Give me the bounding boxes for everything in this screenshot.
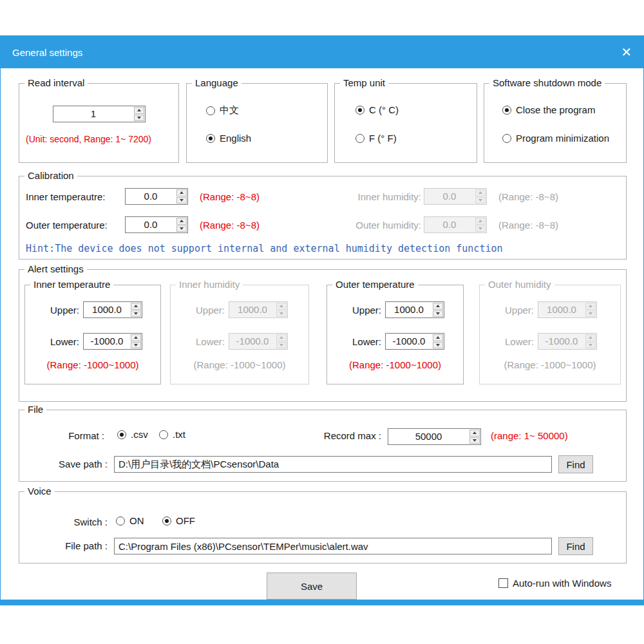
read-interval-spinner[interactable]: 1 xyxy=(53,106,146,122)
group-voice: Voice Switch : ON OFF File path : Find xyxy=(19,491,627,564)
spinner-down-button[interactable] xyxy=(131,342,141,349)
upper-value: 1000.0 xyxy=(229,302,276,317)
spinner-buttons xyxy=(133,106,145,122)
spinner-down-button[interactable] xyxy=(131,310,141,317)
radio-option-minimize[interactable]: Program minimization xyxy=(502,133,609,144)
spinner-up-button[interactable] xyxy=(469,430,480,437)
radio-icon-celsius[interactable] xyxy=(355,106,365,115)
alert-lower-row: Lower: -1000.0 xyxy=(176,333,288,350)
up-arrow-icon xyxy=(473,431,477,434)
read-interval-value[interactable]: 1 xyxy=(53,106,133,122)
lower-label: Lower: xyxy=(176,336,225,347)
autorun-checkbox-option[interactable]: Auto-run with Windows xyxy=(498,578,611,589)
spinner-down-button[interactable] xyxy=(176,197,187,204)
general-settings-dialog: General settings ✕ Read interval 1 (Unit… xyxy=(0,35,644,605)
radio-option-fahrenheit[interactable]: F (° F) xyxy=(355,133,397,144)
spinner-up-button xyxy=(276,303,287,310)
up-arrow-icon xyxy=(478,191,482,194)
radio-icon-minimize[interactable] xyxy=(502,134,511,143)
lower-value[interactable]: -1000.0 xyxy=(386,334,432,349)
radio-icon-close-program[interactable] xyxy=(502,106,511,115)
lower-spinner[interactable]: -1000.0 xyxy=(385,333,444,350)
inner-temp-value[interactable]: 0.0 xyxy=(126,189,176,204)
group-title-alert-settings: Alert settings xyxy=(24,263,87,274)
spinner-up-button[interactable] xyxy=(176,218,187,225)
radio-icon-csv[interactable] xyxy=(117,430,126,439)
radio-option-celsius[interactable]: C (° C) xyxy=(355,104,399,115)
down-arrow-icon xyxy=(279,344,283,346)
spinner-down-button xyxy=(276,342,287,349)
radio-icon-off[interactable] xyxy=(162,516,171,526)
spinner-down-button[interactable] xyxy=(134,115,144,122)
voice-file-find-button[interactable]: Find xyxy=(558,537,593,555)
lower-spinner[interactable]: -1000.0 xyxy=(83,333,142,350)
save-button[interactable]: Save xyxy=(267,573,357,600)
upper-value[interactable]: 1000.0 xyxy=(386,302,432,317)
lower-spinner: -1000.0 xyxy=(229,333,288,350)
down-arrow-icon xyxy=(436,312,440,315)
radio-icon-on[interactable] xyxy=(116,516,125,526)
down-arrow-icon xyxy=(589,312,592,315)
alert-upper-row: Upper: 1000.0 xyxy=(485,301,597,318)
radio-icon-fahrenheit[interactable] xyxy=(355,134,365,143)
save-path-find-button[interactable]: Find xyxy=(558,455,593,473)
radio-option-close-program[interactable]: Close the program xyxy=(502,104,595,115)
spinner-down-button[interactable] xyxy=(433,342,443,349)
record-max-value[interactable]: 50000 xyxy=(388,429,469,444)
group-temp-unit: Temp unit C (° C) F (° F) xyxy=(334,83,477,163)
calibration-row-inner-humidity: Inner humidity: 0.0 (Range: -8~8) xyxy=(335,188,558,205)
upper-spinner[interactable]: 1000.0 xyxy=(83,301,142,318)
spinner-down-button[interactable] xyxy=(176,225,187,232)
alert-box-inner-temp: Inner temperautre Upper: 1000.0 Lower: - xyxy=(24,285,161,384)
radio-option-english[interactable]: English xyxy=(206,133,251,144)
radio-label-txt: .txt xyxy=(173,429,185,440)
spinner-down-button[interactable] xyxy=(469,437,480,444)
radio-label-english: English xyxy=(220,133,251,144)
lower-value[interactable]: -1000.0 xyxy=(84,334,130,349)
radio-option-chinese[interactable]: 中文 xyxy=(206,104,239,117)
spinner-down-button[interactable] xyxy=(433,310,443,317)
radio-option-off[interactable]: OFF xyxy=(162,515,195,526)
spinner-up-button[interactable] xyxy=(131,334,141,341)
close-icon[interactable]: ✕ xyxy=(621,46,632,59)
spinner-up-button xyxy=(276,334,287,341)
read-interval-range-hint: (Unit: second, Range: 1~ 7200) xyxy=(26,134,151,144)
radio-option-csv[interactable]: .csv xyxy=(117,429,148,440)
radio-icon-chinese[interactable] xyxy=(206,106,215,115)
inner-temp-spinner[interactable]: 0.0 xyxy=(125,188,188,205)
alert-lower-row: Lower: -1000.0 xyxy=(332,333,444,350)
spinner-up-button[interactable] xyxy=(134,107,144,114)
group-title-read-interval: Read interval xyxy=(24,77,88,88)
autorun-checkbox[interactable] xyxy=(498,578,508,588)
radio-option-txt[interactable]: .txt xyxy=(159,429,185,440)
spinner-buttons xyxy=(130,334,142,349)
spinner-up-button[interactable] xyxy=(131,303,141,310)
spinner-up-button xyxy=(475,189,486,196)
alert-lower-row: Lower: -1000.0 xyxy=(30,333,142,350)
radio-label-minimize: Program minimization xyxy=(516,133,609,144)
voice-file-path-input[interactable] xyxy=(114,538,552,554)
inner-humidity-label: Inner humidity: xyxy=(335,191,421,202)
spinner-up-button[interactable] xyxy=(433,303,443,310)
spinner-buttons xyxy=(585,302,596,317)
save-path-input[interactable] xyxy=(114,456,552,473)
record-max-spinner[interactable]: 50000 xyxy=(388,428,481,445)
down-arrow-icon xyxy=(134,312,138,315)
outer-temp-value[interactable]: 0.0 xyxy=(126,217,176,232)
format-label: Format : xyxy=(19,430,104,441)
radio-option-on[interactable]: ON xyxy=(116,515,144,526)
spinner-buttons xyxy=(475,189,486,204)
spinner-up-button[interactable] xyxy=(433,334,443,341)
alert-box-inner-humidity: Inner humidity Upper: 1000.0 Lower: -100 xyxy=(170,285,309,384)
upper-spinner[interactable]: 1000.0 xyxy=(385,301,444,318)
up-arrow-icon xyxy=(279,336,283,339)
upper-label: Upper: xyxy=(176,305,225,316)
radio-icon-english[interactable] xyxy=(206,134,215,143)
outer-humidity-label: Outer humidity: xyxy=(335,220,421,231)
outer-temp-spinner[interactable]: 0.0 xyxy=(125,216,188,233)
save-path-label: Save path : xyxy=(19,459,108,469)
spinner-up-button[interactable] xyxy=(176,189,187,196)
radio-icon-txt[interactable] xyxy=(159,430,168,439)
spinner-buttons xyxy=(276,302,287,317)
upper-value[interactable]: 1000.0 xyxy=(84,302,130,317)
